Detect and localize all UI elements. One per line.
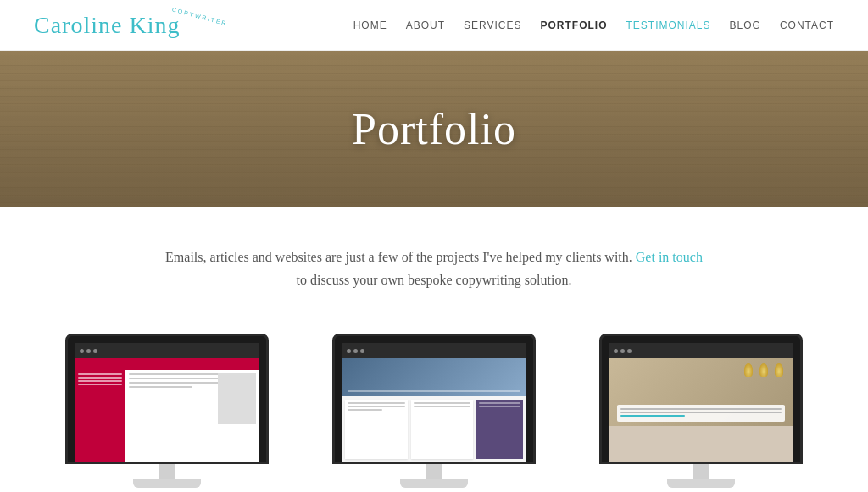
dl [414, 402, 471, 404]
line [78, 373, 122, 375]
dot3 [627, 349, 632, 353]
doc-page [345, 400, 408, 459]
ocl [620, 408, 782, 410]
intro-text-after: to discuss your own bespoke copywriting … [297, 273, 572, 287]
monitor-screen-wrap-eneco [599, 334, 803, 464]
hero-title: Portfolio [352, 104, 516, 154]
monitor-neck [426, 464, 442, 479]
cl [479, 406, 520, 407]
screen-topbar [342, 343, 526, 358]
doc-area [342, 396, 526, 462]
line [78, 377, 122, 379]
monitor-swan [332, 334, 536, 488]
nav-bar [75, 358, 259, 370]
logo-badge: COPYWRITER [172, 6, 229, 26]
nav-blog[interactable]: BLOG [730, 19, 761, 31]
portfolio-item-swan[interactable]: SWAN HELLENIC [318, 334, 551, 492]
monitor-screen-wrap-swan [332, 334, 536, 464]
nav-testimonials[interactable]: TESTIMONIALS [626, 19, 711, 31]
sidebar-lines [78, 373, 122, 385]
ocl [620, 412, 782, 413]
portfolio-grid: VODOHOD CRUISES [0, 317, 868, 492]
main-nav: HOME ABOUT SERVICES PORTFOLIO TESTIMONIA… [353, 19, 834, 31]
cl [479, 402, 520, 404]
bulbs [744, 363, 783, 377]
intro-section: Emails, articles and websites are just a… [0, 207, 868, 317]
background-image [609, 358, 793, 426]
monitor-neck [159, 464, 175, 479]
monitor-base [400, 479, 468, 488]
content-area [75, 370, 259, 462]
logo[interactable]: Caroline King COPYWRITER [34, 14, 229, 37]
intro-get-in-touch-link[interactable]: Get in touch [636, 250, 703, 264]
dot2 [86, 349, 91, 353]
portfolio-item-vodohod[interactable]: VODOHOD CRUISES [51, 334, 284, 492]
dl [348, 406, 405, 407]
sidebar [75, 370, 125, 462]
portfolio-item-eneco[interactable]: ENECO CONSULTING [584, 334, 817, 492]
line [78, 380, 122, 382]
dl-short [348, 409, 382, 411]
screen-topbar [609, 343, 793, 358]
main-content [125, 370, 259, 462]
dot3 [93, 349, 97, 353]
ocl-blue [620, 415, 685, 417]
monitor-base [667, 479, 735, 488]
dot1 [80, 349, 84, 353]
monitor-base [133, 479, 201, 488]
monitor-screen-swan [342, 343, 526, 462]
monitor-screen-vodohod [75, 343, 259, 462]
tl-short [129, 386, 192, 388]
overlay-card [617, 405, 785, 422]
logo-text: Caroline King [34, 14, 180, 37]
bulb3 [775, 363, 783, 377]
dot1 [347, 349, 351, 353]
hero-image [342, 358, 526, 396]
dl [348, 402, 405, 404]
nav-about[interactable]: ABOUT [406, 19, 445, 31]
intro-text-before: Emails, articles and websites are just a… [165, 250, 632, 264]
screen-topbar [75, 343, 259, 358]
intro-text: Emails, articles and websites are just a… [102, 246, 766, 291]
bulb2 [760, 363, 768, 377]
dl [414, 406, 471, 407]
monitor-eneco [599, 334, 803, 488]
monitor-neck [693, 464, 709, 479]
monitor-screen-eneco [609, 343, 793, 462]
hero-section: Portfolio [0, 51, 868, 207]
dot2 [620, 349, 625, 353]
nav-home[interactable]: HOME [353, 19, 387, 31]
nav-services[interactable]: SERVICES [464, 19, 521, 31]
line [78, 384, 122, 385]
dot3 [360, 349, 364, 353]
person-image [218, 373, 256, 424]
dot1 [614, 349, 618, 353]
card [476, 400, 523, 459]
header: Caroline King COPYWRITER HOME ABOUT SERV… [0, 0, 868, 51]
monitor-vodohod [65, 334, 269, 488]
monitor-screen-wrap-vodohod [65, 334, 269, 464]
nav-contact[interactable]: CONTACT [780, 19, 834, 31]
doc-page2 [411, 400, 474, 459]
dot2 [353, 349, 358, 353]
nav-portfolio[interactable]: PORTFOLIO [541, 19, 608, 31]
bulb1 [744, 363, 753, 377]
